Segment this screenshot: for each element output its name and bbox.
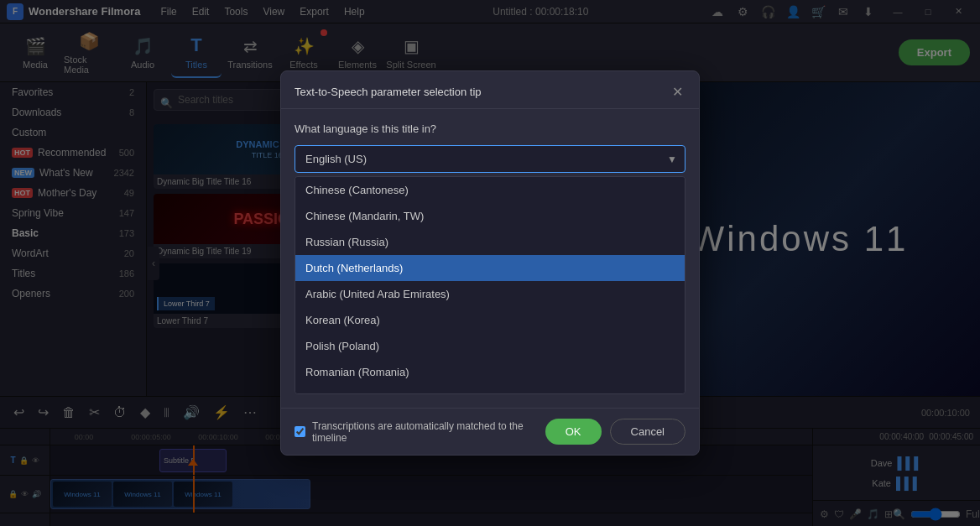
dropdown-item-korean[interactable]: Korean (Korea) (295, 307, 685, 333)
dialog-question: What language is this title in? (295, 122, 685, 135)
dropdown-list: Chinese (Cantonese) Chinese (Mandarin, T… (295, 176, 685, 394)
language-select-wrapper: English (US) ▼ (295, 145, 685, 173)
dropdown-item-polish[interactable]: Polish (Poland) (295, 333, 685, 359)
dialog-footer: Transcriptions are automatically matched… (281, 408, 699, 455)
transcription-label: Transcriptions are automatically matched… (312, 420, 545, 444)
dropdown-item-arabic[interactable]: Arabic (United Arab Emirates) (295, 281, 685, 307)
dialog-title: Text-to-Speech parameter selection tip (295, 86, 482, 98)
ok-button[interactable]: OK (545, 419, 602, 445)
transcription-checkbox[interactable] (295, 426, 305, 437)
tts-dialog: Text-to-Speech parameter selection tip ✕… (280, 70, 700, 456)
cancel-button[interactable]: Cancel (610, 419, 685, 445)
dialog-actions: OK Cancel (545, 419, 685, 445)
dropdown-item-indonesian[interactable]: Indonesian (Indonesia) (295, 385, 685, 394)
dropdown-item-dutch[interactable]: Dutch (Netherlands) (295, 255, 685, 281)
language-select[interactable]: English (US) (295, 145, 685, 173)
dialog-close-button[interactable]: ✕ (669, 83, 685, 100)
dropdown-item-russian[interactable]: Russian (Russia) (295, 229, 685, 255)
dropdown-item-cantonese[interactable]: Chinese (Cantonese) (295, 177, 685, 203)
dialog-overlay: Text-to-Speech parameter selection tip ✕… (0, 0, 980, 526)
dropdown-item-mandarin-tw[interactable]: Chinese (Mandarin, TW) (295, 203, 685, 229)
dropdown-item-romanian[interactable]: Romanian (Romania) (295, 359, 685, 385)
transcription-checkbox-row: Transcriptions are automatically matched… (295, 420, 545, 444)
dialog-header: Text-to-Speech parameter selection tip ✕ (281, 71, 699, 109)
dialog-body: What language is this title in? English … (281, 109, 699, 408)
